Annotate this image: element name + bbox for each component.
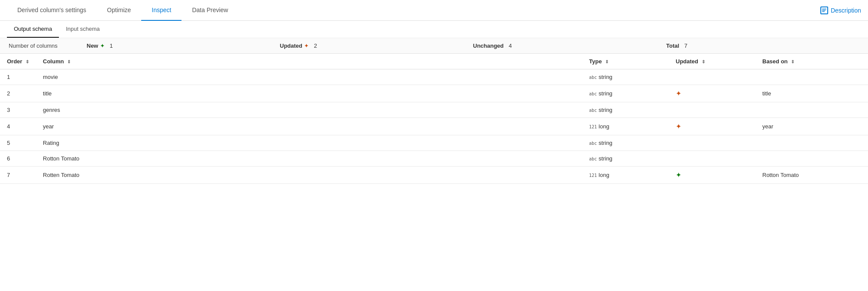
top-tab-bar: Derived column's settings Optimize Inspe… bbox=[0, 0, 868, 21]
cell-column: title bbox=[36, 85, 582, 102]
type-badge: abc bbox=[589, 75, 597, 80]
type-badge: 121 bbox=[589, 124, 597, 129]
cell-updated: ✦ bbox=[669, 167, 755, 184]
type-badge: abc bbox=[589, 141, 597, 146]
table-row: 7Rotten Tomato121long✦Rotton Tomato bbox=[0, 167, 868, 184]
cell-updated: ✦ bbox=[669, 85, 755, 102]
summary-bar: Number of columns New✦ 1 Updated✦ 2 Unch… bbox=[0, 38, 868, 54]
cell-column: year bbox=[36, 118, 582, 135]
cell-based-on bbox=[755, 102, 868, 118]
cell-type: abcstring bbox=[582, 135, 669, 151]
cell-type: abcstring bbox=[582, 85, 669, 102]
cell-based-on bbox=[755, 135, 868, 151]
table-row: 3genresabcstring bbox=[0, 102, 868, 118]
cell-based-on bbox=[755, 151, 868, 167]
cell-updated bbox=[669, 151, 755, 167]
updated-star-icon: ✦ bbox=[676, 171, 681, 179]
cell-order: 6 bbox=[0, 151, 36, 167]
updated-stat: Updated✦ 2 bbox=[280, 43, 473, 49]
table-row: 6Rotton Tomatoabcstring bbox=[0, 151, 868, 167]
col-header-updated[interactable]: Updated ⇕ bbox=[669, 54, 755, 69]
cell-type: abcstring bbox=[582, 102, 669, 118]
col-header-type[interactable]: Type ⇕ bbox=[582, 54, 669, 69]
sub-tab-output-schema[interactable]: Output schema bbox=[7, 21, 59, 38]
sort-icon-order: ⇕ bbox=[26, 59, 29, 64]
cell-updated bbox=[669, 135, 755, 151]
table-row: 2titleabcstring✦title bbox=[0, 85, 868, 102]
tab-optimize[interactable]: Optimize bbox=[97, 0, 141, 21]
type-badge: abc bbox=[589, 157, 597, 161]
sort-icon-type: ⇕ bbox=[605, 59, 609, 64]
unchanged-stat: Unchanged 4 bbox=[473, 43, 666, 49]
sub-tab-input-schema[interactable]: Input schema bbox=[59, 21, 107, 38]
cell-updated: ✦ bbox=[669, 118, 755, 135]
cell-based-on: title bbox=[755, 85, 868, 102]
cell-column: movie bbox=[36, 69, 582, 85]
type-badge: abc bbox=[589, 92, 597, 96]
cell-type: 121long bbox=[582, 118, 669, 135]
updated-star-icon: ✦ bbox=[676, 90, 681, 97]
type-badge: abc bbox=[589, 108, 597, 113]
cell-type: 121long bbox=[582, 167, 669, 184]
cell-updated bbox=[669, 102, 755, 118]
svg-rect-1 bbox=[822, 10, 826, 11]
table-row: 5Ratingabcstring bbox=[0, 135, 868, 151]
cell-based-on: year bbox=[755, 118, 868, 135]
sort-icon-based-on: ⇕ bbox=[791, 59, 794, 64]
sort-icon-updated: ⇕ bbox=[702, 59, 705, 64]
cell-column: genres bbox=[36, 102, 582, 118]
col-header-order[interactable]: Order ⇕ bbox=[0, 54, 36, 69]
cell-column: Rotten Tomato bbox=[36, 167, 582, 184]
cell-order: 1 bbox=[0, 69, 36, 85]
tab-data-preview[interactable]: Data Preview bbox=[181, 0, 238, 21]
cell-based-on bbox=[755, 69, 868, 85]
schema-table: Order ⇕ Column ⇕ Type ⇕ Updated ⇕ Based … bbox=[0, 54, 868, 184]
table-row: 4year121long✦year bbox=[0, 118, 868, 135]
svg-rect-0 bbox=[822, 9, 826, 10]
description-icon bbox=[820, 7, 828, 14]
sort-icon-column: ⇕ bbox=[67, 59, 71, 64]
tab-derived-settings[interactable]: Derived column's settings bbox=[7, 0, 97, 21]
col-header-column[interactable]: Column ⇕ bbox=[36, 54, 582, 69]
svg-rect-2 bbox=[822, 11, 825, 12]
cell-column: Rotton Tomato bbox=[36, 151, 582, 167]
cell-order: 2 bbox=[0, 85, 36, 102]
new-stat: New✦ 1 bbox=[87, 43, 280, 49]
cell-order: 5 bbox=[0, 135, 36, 151]
table-row: 1movieabcstring bbox=[0, 69, 868, 85]
schema-table-container: Order ⇕ Column ⇕ Type ⇕ Updated ⇕ Based … bbox=[0, 54, 868, 184]
cell-order: 7 bbox=[0, 167, 36, 184]
description-button[interactable]: Description bbox=[820, 7, 861, 14]
columns-label: Number of columns bbox=[9, 43, 87, 49]
cell-order: 4 bbox=[0, 118, 36, 135]
cell-type: abcstring bbox=[582, 69, 669, 85]
sub-tab-bar: Output schema Input schema bbox=[0, 21, 868, 38]
cell-based-on: Rotton Tomato bbox=[755, 167, 868, 184]
col-header-based-on[interactable]: Based on ⇕ bbox=[755, 54, 868, 69]
updated-star-icon: ✦ bbox=[676, 123, 681, 130]
type-badge: 121 bbox=[589, 173, 597, 178]
cell-updated bbox=[669, 69, 755, 85]
total-stat: Total 7 bbox=[666, 43, 859, 49]
tab-inspect[interactable]: Inspect bbox=[141, 0, 181, 21]
cell-order: 3 bbox=[0, 102, 36, 118]
cell-column: Rating bbox=[36, 135, 582, 151]
cell-type: abcstring bbox=[582, 151, 669, 167]
